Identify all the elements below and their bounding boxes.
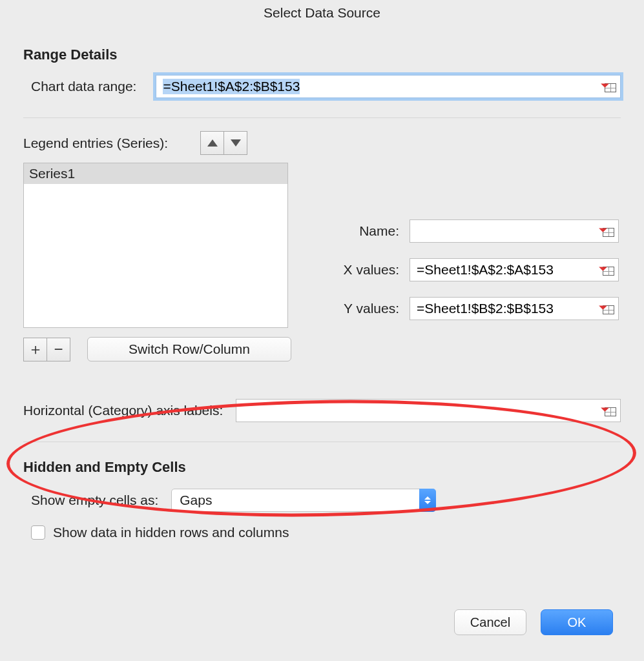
show-empty-cells-value: Gaps (180, 493, 212, 508)
range-picker-icon[interactable] (600, 225, 614, 237)
show-hidden-rows-checkbox[interactable] (31, 525, 45, 540)
series-list[interactable]: Series1 (23, 163, 288, 328)
x-values-label: X values: (309, 262, 399, 278)
chart-data-range-input[interactable] (161, 75, 602, 98)
show-empty-cells-label: Show empty cells as: (31, 493, 158, 508)
series-item[interactable]: Series1 (24, 163, 287, 184)
cancel-button[interactable]: Cancel (454, 609, 526, 635)
ok-button[interactable]: OK (541, 609, 613, 635)
horizontal-axis-labels-input[interactable] (242, 399, 602, 422)
horizontal-axis-labels-label: Horizontal (Category) axis labels: (23, 403, 223, 418)
move-series-down-button[interactable] (224, 131, 247, 155)
minus-icon: − (54, 341, 63, 357)
dialog-title: Select Data Source (0, 0, 644, 30)
show-hidden-rows-label: Show data in hidden rows and columns (53, 525, 289, 540)
y-values-field[interactable] (410, 297, 619, 320)
section-divider (23, 117, 621, 118)
series-name-field[interactable] (410, 219, 619, 243)
chart-data-range-label: Chart data range: (31, 79, 136, 94)
select-stepper-icon (419, 489, 436, 512)
switch-row-column-button[interactable]: Switch Row/Column (87, 337, 291, 361)
plus-icon: ＋ (28, 341, 43, 357)
legend-entries-label: Legend entries (Series): (23, 136, 168, 151)
section-divider (23, 442, 621, 442)
horizontal-axis-labels-field[interactable] (236, 399, 621, 422)
x-values-field[interactable] (410, 258, 619, 281)
chart-data-range-field[interactable] (156, 75, 621, 98)
series-name-input[interactable] (415, 219, 600, 243)
show-empty-cells-select[interactable]: Gaps (171, 489, 436, 512)
x-values-input[interactable] (415, 258, 600, 281)
add-series-button[interactable]: ＋ (23, 338, 47, 361)
y-values-label: Y values: (309, 301, 399, 316)
series-name-label: Name: (309, 223, 399, 239)
range-picker-icon[interactable] (600, 264, 614, 276)
y-values-input[interactable] (415, 297, 600, 320)
range-details-heading: Range Details (23, 46, 621, 63)
arrow-up-icon (207, 139, 218, 147)
range-picker-icon[interactable] (602, 405, 616, 416)
move-series-up-button[interactable] (200, 131, 224, 155)
arrow-down-icon (231, 139, 241, 147)
range-picker-icon[interactable] (600, 303, 614, 314)
remove-series-button[interactable]: − (47, 338, 70, 361)
hidden-empty-heading: Hidden and Empty Cells (23, 459, 621, 476)
range-picker-icon[interactable] (602, 81, 616, 92)
